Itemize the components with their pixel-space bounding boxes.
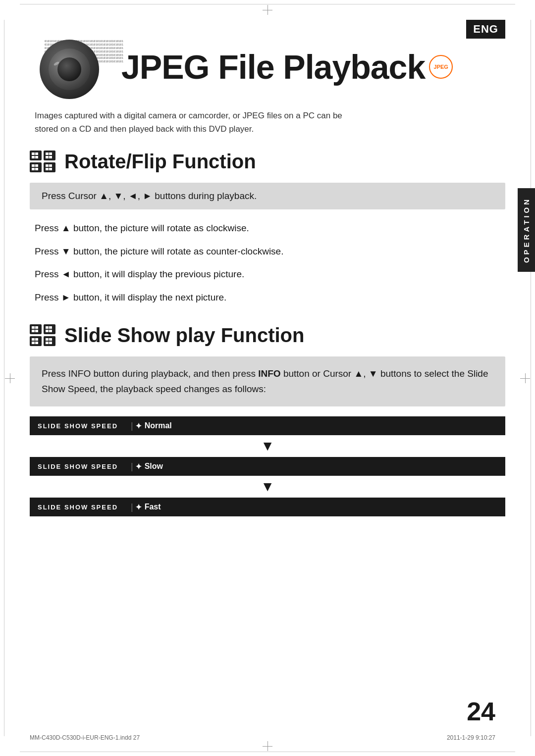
svg-rect-27 bbox=[35, 326, 38, 329]
svg-rect-16 bbox=[32, 168, 35, 170]
title-area: JPEG File Playback JPEG bbox=[116, 50, 453, 84]
rotate-item-2: Press ▼ button, the picture will rotate … bbox=[35, 245, 505, 259]
footer-left: MM-C430D-C530D-i-EUR-ENG-1.indd 27 bbox=[30, 734, 140, 741]
footer: MM-C430D-C530D-i-EUR-ENG-1.indd 27 2011-… bbox=[30, 734, 495, 741]
speed-value-normal: ✦Normal bbox=[135, 421, 172, 431]
slideshow-desc-box: Press INFO button during playback, and t… bbox=[30, 356, 505, 406]
slideshow-desc-text: Press INFO button during playback, and t… bbox=[42, 368, 488, 394]
crosshair-top bbox=[263, 5, 272, 15]
crosshair-right bbox=[520, 373, 530, 383]
svg-rect-2 bbox=[32, 152, 35, 155]
page-number: 24 bbox=[467, 697, 495, 726]
speed-table: SLIDE SHOW SPEED | ✦Normal ▼ SLIDE SHOW … bbox=[30, 416, 505, 516]
svg-rect-17 bbox=[35, 168, 38, 170]
speed-label-3: SLIDE SHOW SPEED bbox=[30, 504, 129, 511]
slideshow-section-title: Slide Show play Function bbox=[64, 324, 304, 347]
svg-rect-41 bbox=[35, 342, 38, 344]
svg-rect-38 bbox=[32, 338, 35, 341]
page-header: 0101010101010101010101010101010101010101… bbox=[30, 35, 505, 99]
svg-rect-26 bbox=[32, 326, 35, 329]
svg-rect-35 bbox=[49, 330, 52, 332]
speed-row-normal: SLIDE SHOW SPEED | ✦Normal bbox=[30, 416, 505, 435]
crosshair-left bbox=[5, 373, 15, 383]
subtitle: Images captured with a digital camera or… bbox=[35, 109, 505, 136]
svg-rect-28 bbox=[32, 330, 35, 332]
page: ENG OPERATION 01010101010101010101010101… bbox=[0, 0, 535, 756]
rotate-highlight-box: Press Cursor ▲, ▼, ◄, ► buttons during p… bbox=[30, 183, 505, 209]
down-arrow-1: ▼ bbox=[30, 438, 505, 454]
svg-rect-14 bbox=[32, 164, 35, 167]
svg-rect-39 bbox=[35, 338, 38, 341]
title-row: JPEG File Playback JPEG bbox=[116, 50, 453, 84]
svg-rect-29 bbox=[35, 330, 38, 332]
svg-rect-23 bbox=[49, 168, 52, 170]
rotate-section-title: Rotate/Flip Function bbox=[64, 151, 256, 173]
svg-rect-47 bbox=[49, 342, 52, 344]
svg-rect-4 bbox=[32, 156, 35, 158]
svg-rect-20 bbox=[46, 164, 49, 167]
svg-rect-33 bbox=[49, 326, 52, 329]
slideshow-icon bbox=[30, 324, 57, 347]
slideshow-section-header: Slide Show play Function bbox=[30, 324, 505, 347]
rotate-item-4: Press ► button, it will display the next… bbox=[35, 291, 505, 305]
svg-rect-8 bbox=[46, 152, 49, 155]
crosshair-bottom bbox=[263, 741, 272, 751]
svg-rect-11 bbox=[49, 156, 52, 158]
rotate-section-header: Rotate/Flip Function bbox=[30, 151, 505, 173]
svg-rect-46 bbox=[46, 342, 49, 344]
svg-rect-34 bbox=[46, 330, 49, 332]
page-title: JPEG File Playback bbox=[121, 50, 425, 84]
svg-rect-15 bbox=[35, 164, 38, 167]
camera-icon bbox=[40, 40, 99, 99]
svg-rect-5 bbox=[35, 156, 38, 158]
footer-right: 2011-1-29 9:10:27 bbox=[447, 734, 495, 741]
slideshow-section: Slide Show play Function Press INFO butt… bbox=[30, 324, 505, 516]
jpeg-badge: JPEG bbox=[429, 55, 453, 79]
svg-rect-44 bbox=[46, 338, 49, 341]
speed-value-fast: ✦Fast bbox=[135, 503, 161, 512]
svg-rect-9 bbox=[49, 152, 52, 155]
svg-rect-21 bbox=[49, 164, 52, 167]
svg-rect-10 bbox=[46, 156, 49, 158]
svg-rect-45 bbox=[49, 338, 52, 341]
rotate-item-1: Press ▲ button, the picture will rotate … bbox=[35, 221, 505, 236]
svg-rect-3 bbox=[35, 152, 38, 155]
svg-rect-40 bbox=[32, 342, 35, 344]
speed-value-slow: ✦Slow bbox=[135, 462, 163, 471]
speed-label-1: SLIDE SHOW SPEED bbox=[30, 422, 129, 430]
speed-row-slow: SLIDE SHOW SPEED | ✦Slow bbox=[30, 457, 505, 476]
down-arrow-2: ▼ bbox=[30, 479, 505, 495]
svg-rect-32 bbox=[46, 326, 49, 329]
camera-area: 0101010101010101010101010101010101010101… bbox=[30, 35, 116, 99]
operation-sidebar: OPERATION bbox=[518, 188, 535, 272]
svg-rect-22 bbox=[46, 168, 49, 170]
rotate-item-3: Press ◄ button, it will display the prev… bbox=[35, 267, 505, 282]
rotate-icon bbox=[30, 151, 57, 173]
speed-label-2: SLIDE SHOW SPEED bbox=[30, 463, 129, 470]
speed-row-fast: SLIDE SHOW SPEED | ✦Fast bbox=[30, 498, 505, 516]
